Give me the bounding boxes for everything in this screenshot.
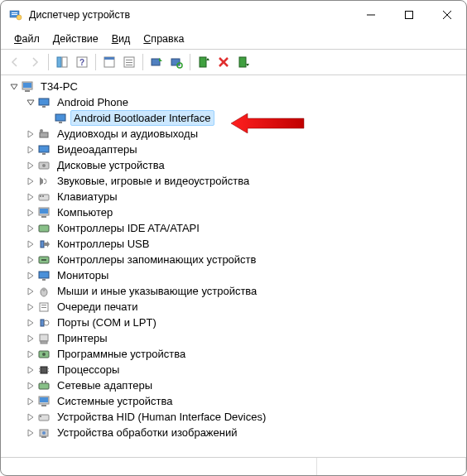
tree-label[interactable]: Мыши и иные указывающие устройства [54, 283, 260, 299]
tree-label[interactable]: Принтеры [54, 330, 111, 346]
svg-rect-9 [62, 57, 67, 67]
expand-icon[interactable] [24, 127, 37, 141]
expand-icon[interactable] [24, 332, 37, 345]
monitor-icon [54, 112, 67, 125]
expand-icon[interactable] [24, 285, 37, 298]
expand-icon[interactable] [24, 395, 37, 408]
tree-category[interactable]: Очереди печати [7, 299, 460, 315]
svg-rect-47 [41, 259, 46, 261]
svg-point-76 [42, 431, 46, 435]
tree-label[interactable]: T34-PC [37, 79, 81, 94]
device-category-icon [37, 426, 51, 440]
expand-icon[interactable] [24, 363, 37, 377]
tree-label[interactable]: Аудиовходы и аудиовыходы [54, 126, 201, 142]
tree-label[interactable]: Контроллеры запоминающих устройств [54, 252, 259, 267]
expand-icon[interactable] [24, 269, 37, 282]
expand-icon[interactable] [24, 253, 37, 267]
svg-rect-30 [55, 114, 65, 121]
tree-category[interactable]: Порты (COM и LPT) [7, 315, 460, 330]
menu-help[interactable]: Справка [138, 31, 189, 47]
tree-label-selected[interactable]: Android Bootloader Interface [70, 110, 214, 126]
details-button[interactable] [120, 53, 138, 71]
expand-icon[interactable] [24, 159, 37, 172]
tree-label[interactable]: Звуковые, игровые и видеоустройства [54, 173, 253, 189]
expand-icon[interactable] [24, 222, 37, 235]
tree-device-bootloader[interactable]: Android Bootloader Interface [7, 110, 460, 126]
scan-hardware-button[interactable] [167, 53, 185, 71]
tree-category[interactable]: Видеоадаптеры [7, 142, 460, 157]
menu-action[interactable]: Действие [48, 31, 104, 47]
tree-label[interactable]: Компьютер [54, 204, 116, 220]
collapse-icon[interactable] [7, 80, 21, 94]
tree-label[interactable]: Системные устройства [54, 393, 176, 409]
tree-label[interactable]: Очереди печати [54, 299, 142, 315]
tree-category[interactable]: Устройства HID (Human Interface Devices) [7, 409, 460, 425]
menu-view[interactable]: Вид [107, 31, 136, 47]
tree-label[interactable]: Android Phone [54, 94, 132, 110]
expand-icon[interactable] [24, 426, 37, 440]
expand-icon[interactable] [24, 238, 37, 251]
show-hide-tree-button[interactable] [53, 53, 71, 71]
forward-button [26, 53, 44, 71]
expand-icon[interactable] [24, 316, 37, 329]
tree-category[interactable]: Клавиатуры [7, 189, 460, 204]
update-driver-button[interactable] [147, 53, 166, 71]
tree-category[interactable]: Дисковые устройства [7, 157, 460, 173]
tree-label[interactable]: Видеоадаптеры [54, 142, 141, 157]
svg-rect-63 [39, 368, 41, 369]
enable-device-button[interactable] [195, 53, 213, 71]
tree-root[interactable]: T34-PC [7, 79, 460, 94]
tree-label[interactable]: Процессоры [54, 362, 123, 377]
svg-point-33 [40, 129, 43, 132]
properties-button[interactable] [100, 53, 118, 71]
tree-category[interactable]: Принтеры [7, 330, 460, 346]
tree-label[interactable]: Программные устройства [54, 346, 189, 362]
tree-label[interactable]: Клавиатуры [54, 189, 121, 204]
tree-category[interactable]: Контроллеры запоминающих устройств [7, 252, 460, 267]
tree-label[interactable]: Контроллеры IDE ATA/ATAPI [54, 220, 203, 236]
collapse-icon[interactable] [24, 96, 37, 109]
tree-category[interactable]: Аудиовходы и аудиовыходы [7, 126, 460, 142]
tree-category[interactable]: Контроллеры IDE ATA/ATAPI [7, 220, 460, 236]
tree-category[interactable]: Мыши и иные указывающие устройства [7, 283, 460, 299]
tree-label[interactable]: Дисковые устройства [54, 157, 168, 173]
close-button[interactable] [428, 1, 466, 29]
device-category-icon [37, 159, 51, 172]
disable-device-button[interactable] [234, 53, 253, 71]
menu-file[interactable]: Файл [9, 31, 45, 47]
expand-icon[interactable] [24, 411, 37, 424]
expand-icon[interactable] [24, 301, 37, 314]
tree-label[interactable]: Контроллеры USB [54, 236, 152, 252]
tree-label[interactable]: Мониторы [54, 267, 112, 283]
expand-icon[interactable] [24, 190, 37, 204]
tree-category[interactable]: Программные устройства [7, 346, 460, 362]
svg-rect-68 [41, 381, 43, 383]
uninstall-device-button[interactable] [214, 53, 233, 71]
minimize-button[interactable] [352, 1, 390, 29]
expand-icon[interactable] [24, 348, 37, 361]
device-tree[interactable]: T34-PC Android Phone Android Bootloader … [1, 75, 466, 462]
tree-category[interactable]: Контроллеры USB [7, 236, 460, 252]
help-button[interactable]: ? [73, 53, 91, 71]
tree-label[interactable]: Устройства обработки изображений [54, 425, 241, 440]
tree-category-android[interactable]: Android Phone [7, 94, 460, 110]
svg-rect-28 [39, 99, 49, 105]
tree-category[interactable]: Устройства обработки изображений [7, 425, 460, 440]
tree-label[interactable]: Сетевые адаптеры [54, 377, 156, 393]
svg-point-57 [44, 320, 49, 325]
tree-category[interactable]: Компьютер [7, 204, 460, 220]
tree-label[interactable]: Порты (COM и LPT) [54, 315, 160, 330]
expand-icon[interactable] [24, 175, 37, 188]
tree-category[interactable]: Мониторы [7, 267, 460, 283]
maximize-button[interactable] [390, 1, 428, 29]
expand-icon[interactable] [24, 143, 37, 156]
tree-category[interactable]: Системные устройства [7, 393, 460, 409]
svg-rect-71 [40, 397, 48, 402]
expand-icon[interactable] [24, 379, 37, 392]
tree-category[interactable]: Сетевые адаптеры [7, 377, 460, 393]
tree-category[interactable]: Звуковые, игровые и видеоустройства [7, 173, 460, 189]
tree-label[interactable]: Устройства HID (Human Interface Devices) [54, 409, 269, 425]
expand-icon[interactable] [24, 206, 37, 219]
svg-rect-35 [42, 153, 46, 155]
tree-category[interactable]: Процессоры [7, 362, 460, 377]
